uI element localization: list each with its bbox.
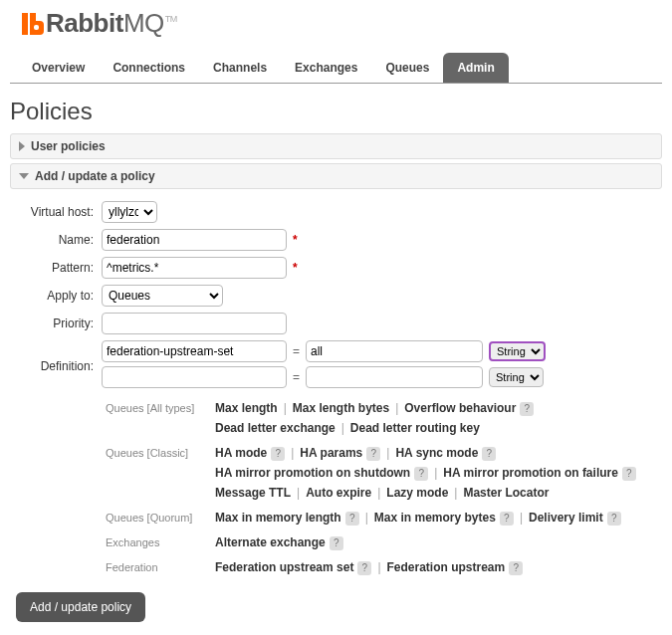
help-icon[interactable]: ? <box>330 536 343 550</box>
hint-item[interactable]: Max in memory bytes <box>374 511 496 525</box>
hint-group-label: Queues [Quorum] <box>106 508 215 528</box>
help-icon[interactable]: ? <box>500 512 514 526</box>
hint-item[interactable]: Alternate exchange <box>215 535 326 549</box>
required-mark: * <box>293 233 298 247</box>
logo: RabbitMQTM <box>10 0 662 43</box>
hint-item[interactable]: HA sync mode <box>395 446 478 460</box>
logo-text: RabbitMQTM <box>46 8 177 39</box>
tab-exchanges[interactable]: Exchanges <box>281 53 371 83</box>
definition-value-1[interactable] <box>306 340 483 362</box>
add-update-policy-button[interactable]: Add / update policy <box>16 592 145 622</box>
page-title: Policies <box>10 98 662 125</box>
definition-key-1[interactable] <box>102 340 287 362</box>
hint-item[interactable]: Delivery limit <box>529 511 603 525</box>
help-icon[interactable]: ? <box>622 467 636 481</box>
equals-sign: = <box>293 370 300 384</box>
section-label: User policies <box>31 139 106 153</box>
hint-item[interactable]: Auto expire <box>306 486 371 500</box>
rabbitmq-logo-icon <box>22 13 44 35</box>
section-user-policies[interactable]: User policies <box>10 133 662 159</box>
hint-item[interactable]: Master Locator <box>463 486 549 500</box>
hint-item[interactable]: Lazy mode <box>386 486 448 500</box>
hint-item[interactable]: Dead letter exchange <box>215 421 336 435</box>
apply-to-select[interactable]: Queues <box>102 285 223 307</box>
tab-connections[interactable]: Connections <box>99 53 199 83</box>
tab-channels[interactable]: Channels <box>199 53 281 83</box>
hint-item[interactable]: HA mode <box>215 446 267 460</box>
vhost-select[interactable]: yllylzch <box>102 201 157 223</box>
hint-group-label: Queues [All types] <box>106 398 215 438</box>
apply-to-label: Apply to: <box>14 289 94 303</box>
definition-key-2[interactable] <box>102 366 287 388</box>
hint-item[interactable]: Max length bytes <box>293 401 389 415</box>
main-tabs: OverviewConnectionsChannelsExchangesQueu… <box>10 53 662 84</box>
hint-item[interactable]: Message TTL <box>215 486 291 500</box>
help-icon[interactable]: ? <box>357 561 371 575</box>
definition-type-2[interactable]: String <box>489 367 544 387</box>
chevron-right-icon <box>19 141 25 151</box>
name-label: Name: <box>14 233 94 247</box>
hint-group-label: Exchanges <box>106 532 215 552</box>
section-label: Add / update a policy <box>35 169 155 183</box>
policy-form: Virtual host: yllylzch Name: * Pattern: … <box>10 193 662 635</box>
hint-item[interactable]: Federation upstream <box>387 560 506 574</box>
hint-item[interactable]: HA mirror promotion on shutdown <box>215 466 410 480</box>
hint-group-label: Queues [Classic] <box>106 443 215 503</box>
equals-sign: = <box>293 344 300 358</box>
hint-item[interactable]: HA params <box>300 446 362 460</box>
hint-item[interactable]: HA mirror promotion on failure <box>443 466 618 480</box>
definition-value-2[interactable] <box>306 366 483 388</box>
priority-input[interactable] <box>102 313 287 334</box>
tab-overview[interactable]: Overview <box>18 53 99 83</box>
pattern-input[interactable] <box>102 257 287 279</box>
hint-item[interactable]: Max length <box>215 401 278 415</box>
required-mark: * <box>293 261 298 275</box>
tab-queues[interactable]: Queues <box>371 53 443 83</box>
chevron-down-icon <box>19 173 29 179</box>
help-icon[interactable]: ? <box>482 447 496 461</box>
tab-admin[interactable]: Admin <box>443 53 508 83</box>
hint-item[interactable]: Overflow behaviour <box>404 401 516 415</box>
name-input[interactable] <box>102 229 287 251</box>
hint-item[interactable]: Max in memory length <box>215 511 341 525</box>
vhost-label: Virtual host: <box>14 205 94 219</box>
hint-item[interactable]: Federation upstream set <box>215 560 353 574</box>
hint-item[interactable]: Dead letter routing key <box>350 421 480 435</box>
help-icon[interactable]: ? <box>345 512 359 526</box>
hint-group-label: Federation <box>106 557 215 577</box>
help-icon[interactable]: ? <box>607 512 621 526</box>
definition-label: Definition: <box>14 359 94 373</box>
help-icon[interactable]: ? <box>414 467 428 481</box>
help-icon[interactable]: ? <box>271 447 285 461</box>
pattern-label: Pattern: <box>14 261 94 275</box>
priority-label: Priority: <box>14 317 94 330</box>
help-icon[interactable]: ? <box>520 402 534 416</box>
section-add-update-policy[interactable]: Add / update a policy <box>10 163 662 189</box>
hints-area: Queues [All types]Max length|Max length … <box>106 398 658 577</box>
help-icon[interactable]: ? <box>509 561 523 575</box>
help-icon[interactable]: ? <box>366 447 380 461</box>
definition-type-1[interactable]: String <box>489 341 546 361</box>
